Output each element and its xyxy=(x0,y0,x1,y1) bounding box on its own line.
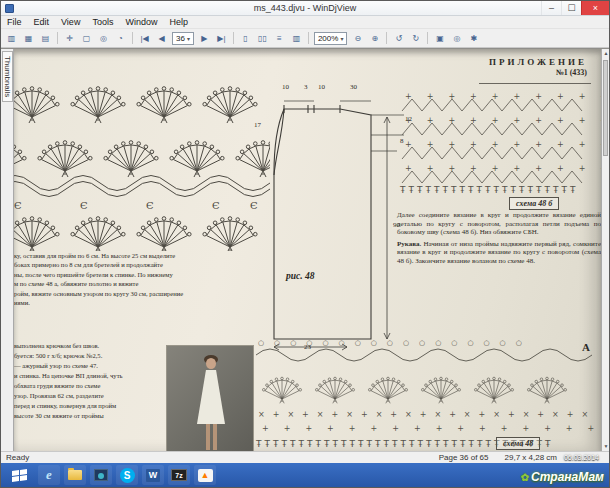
chart-48-label: схема 48 xyxy=(496,437,540,450)
instruction-text-left-bottom: выполнена крючком без швов. буется: 500 … xyxy=(14,341,174,421)
vertical-scrollbar[interactable]: ▲ ▼ xyxy=(601,49,609,451)
paragraph: Рукава. Начиная от низа проймы надвяжите… xyxy=(397,240,601,266)
prev-page-button[interactable]: ◀ xyxy=(154,31,169,46)
scrollbar-thumb[interactable] xyxy=(603,60,608,156)
text-line: ку, оставив для пройм по 6 см. На высоте… xyxy=(14,251,190,260)
rotate-right-button[interactable]: ↻ xyxy=(408,31,423,46)
rotate-left-button[interactable]: ↺ xyxy=(391,31,406,46)
layout-continuous-button[interactable]: ≡ xyxy=(272,31,287,46)
stitch-chart-48b: +++++++++++ +++++++++++ +++++++++++ ++++… xyxy=(396,85,601,197)
print-button[interactable]: ▤ xyxy=(38,31,53,46)
taskbar-icon-word[interactable]: W xyxy=(142,465,164,485)
zoom-value: 200% xyxy=(318,34,338,43)
taskbar-icon-skype[interactable]: S xyxy=(116,465,138,485)
crochet-fan-border-diagram: ЄЄЄЄЄ xyxy=(14,59,270,251)
chevron-down-icon: ▾ xyxy=(340,35,343,42)
watermark-logo: ✿ СтранаМам xyxy=(521,470,604,484)
start-button[interactable] xyxy=(4,463,34,487)
svg-text:○○○○○○○○○○○○○○○○○: ○○○○○○○○○○○○○○○○○ xyxy=(258,339,532,347)
text-line: ройм, вяжите основным узором по кругу 30… xyxy=(14,289,190,298)
layout-single-button[interactable]: ▯ xyxy=(238,31,253,46)
page-number-input[interactable]: 36 ▾ xyxy=(172,32,194,45)
text-line: м по схеме 48 а, обвяжите полотно и вяжи… xyxy=(14,279,190,288)
app-icon xyxy=(5,4,14,13)
taskbar-icon-file-explorer[interactable] xyxy=(64,465,86,485)
windows-logo-icon xyxy=(12,468,27,481)
svg-text:Є: Є xyxy=(212,200,220,211)
menu-edit[interactable]: Edit xyxy=(28,16,56,28)
toolbar-separator xyxy=(427,32,428,44)
fullscreen-button[interactable]: ▣ xyxy=(432,31,447,46)
menu-window[interactable]: Window xyxy=(119,16,163,28)
save-button[interactable]: ▦ xyxy=(21,31,36,46)
svg-text:Є: Є xyxy=(146,200,154,211)
vlc-icon: ▲ xyxy=(198,469,213,482)
toolbar-separator xyxy=(57,32,58,44)
menu-help[interactable]: Help xyxy=(163,16,194,28)
taskbar-icon-photo-viewer[interactable] xyxy=(90,465,112,485)
last-page-button[interactable]: ▶| xyxy=(214,31,229,46)
taskbar-icon-7zip[interactable]: 7z xyxy=(168,465,190,485)
open-button[interactable]: ▥ xyxy=(4,31,19,46)
status-bar: Ready Page 36 of 65 29,7 x 4,28 cm xyxy=(1,451,609,463)
menu-file[interactable]: File xyxy=(1,16,28,28)
document-area: Thumbnails ПРИЛОЖЕНИЕ №1 (433) xyxy=(1,49,609,451)
text-line: узор. Провязав 62 см, разделите xyxy=(14,391,174,401)
menu-tools[interactable]: Tools xyxy=(86,16,119,28)
menu-view[interactable]: View xyxy=(55,16,86,28)
watermark-site-name: СтранаМам xyxy=(531,470,604,484)
magnifier-tool-button[interactable]: ◔ xyxy=(113,31,128,46)
first-page-button[interactable]: |◀ xyxy=(137,31,152,46)
taskbar-icon-vlc[interactable]: ▲ xyxy=(194,465,216,485)
svg-text:ŦŦŦŦŦŦŦŦŦŦŦŦŦŦŦŦŦŦŦŦŦ: ŦŦŦŦŦŦŦŦŦŦŦŦŦŦŦŦŦŦŦŦŦ xyxy=(399,185,578,195)
7zip-icon: 7z xyxy=(171,469,187,481)
status-page-info: Page 36 of 65 xyxy=(439,453,489,462)
dim-top-width-3: 10 xyxy=(318,83,325,91)
paragraph: Далее соедините вязание в круг и продолж… xyxy=(397,211,601,237)
zoom-in-button[interactable]: ⊕ xyxy=(367,31,382,46)
chart-48b-label: схема 48 б xyxy=(509,197,559,210)
page-viewport[interactable]: ПРИЛОЖЕНИЕ №1 (433) xyxy=(14,49,601,451)
windjview-window: ms_443.djvu - WinDjView – ☐ × File Edit … xyxy=(0,0,610,488)
window-controls: – ☐ × xyxy=(541,1,609,15)
text-line: буется: 500 г х/б; крючок №2,5. xyxy=(14,351,174,361)
text-line: иями. xyxy=(14,298,190,307)
menu-bar: File Edit View Tools Window Help xyxy=(1,16,609,29)
text-line: выполнена крючком без швов. xyxy=(14,341,174,351)
chart-corner-letter: A xyxy=(582,341,590,353)
zoom-out-button[interactable]: ⊖ xyxy=(350,31,365,46)
taskbar: e S W 7z ▲ xyxy=(1,463,609,487)
svg-text:+++++++++++: +++++++++++ xyxy=(405,116,601,125)
layout-continuous-facing-button[interactable]: ▥ xyxy=(289,31,304,46)
next-page-button[interactable]: ▶ xyxy=(197,31,212,46)
folder-icon xyxy=(68,470,82,480)
text-line: — ажурный узор по схеме 47. xyxy=(14,361,174,371)
svg-text:×+×+×+×+×+×+×+×+×+×+×+×: ×+×+×+×+×+×+×+×+×+×+×+× xyxy=(258,410,596,419)
svg-text:Є: Є xyxy=(80,200,88,211)
close-button[interactable]: × xyxy=(581,1,609,15)
scroll-up-icon[interactable]: ▲ xyxy=(602,49,610,58)
scroll-down-icon[interactable]: ▼ xyxy=(602,442,610,451)
model-photo xyxy=(166,345,254,451)
title-bar: ms_443.djvu - WinDjView – ☐ × xyxy=(1,1,609,16)
minimize-button[interactable]: – xyxy=(541,1,561,15)
select-tool-button[interactable]: ▢ xyxy=(79,31,94,46)
layout-facing-button[interactable]: ▯▯ xyxy=(255,31,270,46)
status-size-info: 29,7 x 4,28 cm xyxy=(505,453,557,462)
photo-icon xyxy=(94,469,108,481)
text-line: обхвата груди вяжите по схеме xyxy=(14,381,174,391)
zoom-rect-tool-button[interactable]: ◎ xyxy=(96,31,111,46)
figure-caption: рис. 48 xyxy=(286,271,315,281)
pan-tool-button[interactable]: ✛ xyxy=(62,31,77,46)
thumbnails-tab[interactable]: Thumbnails xyxy=(2,51,13,102)
taskbar-icon-internet-explorer[interactable]: e xyxy=(38,465,60,485)
ie-icon: e xyxy=(46,467,52,483)
zoom-select[interactable]: 200% ▾ xyxy=(314,32,347,45)
toolbar-separator xyxy=(386,32,387,44)
toolbar: ▥ ▦ ▤ ✛ ▢ ◎ ◔ |◀ ◀ 36 ▾ ▶ ▶| ▯ ▯▯ ≡ ▥ 20… xyxy=(1,29,609,48)
maximize-button[interactable]: ☐ xyxy=(561,1,581,15)
toolbar-separator xyxy=(233,32,234,44)
settings-button[interactable]: ✱ xyxy=(466,31,481,46)
word-icon: W xyxy=(146,469,160,482)
find-button[interactable]: ◎ xyxy=(449,31,464,46)
